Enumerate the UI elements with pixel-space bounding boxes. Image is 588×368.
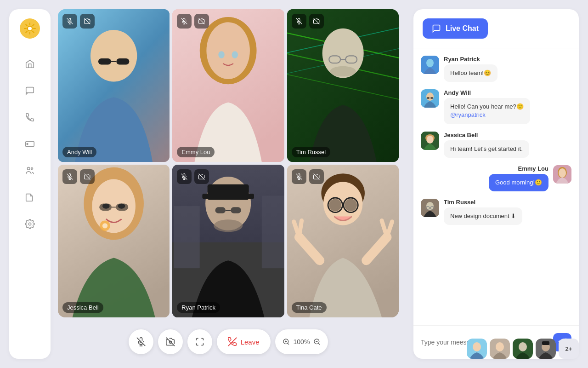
mute-btn-tim[interactable] — [292, 14, 306, 29]
svg-point-27 — [207, 22, 250, 79]
phone-leave-icon — [228, 337, 237, 346]
svg-line-62 — [85, 174, 90, 180]
message-sender-1: Ryan Patrick — [444, 56, 498, 63]
mute-btn-tina[interactable] — [292, 169, 306, 184]
avatar-emmy — [553, 165, 571, 184]
svg-line-48 — [313, 18, 319, 24]
svg-rect-113 — [427, 97, 430, 99]
settings-icon — [25, 219, 35, 229]
participant-name-tim: Tim Russel — [292, 147, 331, 157]
camera-btn-emmy[interactable] — [194, 14, 209, 29]
svg-point-51 — [92, 179, 136, 233]
chat-message-1: Ryan Patrick Helloo team!😊 — [421, 56, 571, 82]
zoom-in-icon[interactable] — [283, 338, 290, 345]
svg-line-89 — [299, 221, 302, 237]
svg-point-121 — [559, 168, 566, 178]
mute-btn-andy[interactable] — [62, 14, 77, 29]
sidebar-item-settings[interactable] — [17, 212, 42, 236]
leave-button[interactable]: Leave — [217, 329, 271, 354]
app-logo — [20, 18, 40, 39]
mention-ryanpatrick: @ryanpatrick — [450, 111, 486, 118]
svg-rect-70 — [215, 207, 226, 213]
video-controls-andy — [62, 14, 95, 29]
svg-rect-17 — [98, 58, 111, 65]
bottom-avatar-1[interactable] — [467, 339, 487, 359]
svg-point-133 — [519, 342, 527, 351]
mute-button[interactable] — [129, 329, 153, 354]
sidebar-item-files[interactable] — [17, 185, 42, 210]
sidebar-item-calls[interactable] — [17, 105, 42, 130]
svg-point-131 — [496, 342, 504, 351]
svg-point-16 — [90, 30, 137, 82]
message-sender-3: Jessica Bell — [444, 132, 529, 138]
chat-message-3: Jessica Bell Hi team! Let's get started … — [421, 132, 571, 158]
video-cell-andy-will: Andy Will — [58, 9, 170, 162]
zoom-control: 100% — [275, 329, 328, 354]
svg-rect-55 — [116, 203, 128, 211]
participant-name-emmy: Emmy Lou — [177, 147, 215, 157]
main-content: Andy Will — [51, 0, 406, 368]
svg-point-129 — [473, 342, 481, 351]
camera-off-icon — [166, 337, 175, 346]
svg-line-6 — [33, 31, 34, 33]
files-icon — [25, 192, 35, 202]
more-participants[interactable]: 2+ — [559, 339, 579, 359]
camera-btn-andy[interactable] — [80, 14, 95, 29]
camera-btn-jessica[interactable] — [80, 169, 95, 184]
video-grid: Andy Will — [58, 9, 399, 317]
svg-point-84 — [345, 199, 357, 211]
video-cell-emmy-lou: Emmy Lou — [172, 9, 284, 162]
camera-button[interactable] — [158, 329, 183, 354]
mute-btn-jessica[interactable] — [62, 169, 77, 184]
camera-btn-ryan[interactable] — [194, 169, 209, 184]
svg-rect-18 — [116, 58, 129, 65]
chat-message-5: Tim Russel New design document ⬇ — [421, 199, 571, 225]
chat-messages: Ryan Patrick Helloo team!😊 Andy Will — [413, 48, 579, 325]
svg-line-23 — [85, 18, 90, 24]
svg-point-58 — [102, 223, 107, 228]
drive-icon — [25, 139, 35, 149]
camera-btn-tina[interactable] — [309, 169, 324, 184]
svg-point-11 — [27, 144, 28, 145]
video-controls-tim — [292, 14, 324, 29]
bottom-avatar-4[interactable] — [536, 339, 556, 359]
svg-line-5 — [26, 24, 27, 26]
zoom-out-icon[interactable] — [313, 338, 321, 345]
mute-btn-ryan[interactable] — [177, 169, 192, 184]
message-sender-4: Emmy Lou — [489, 165, 548, 172]
mute-btn-emmy[interactable] — [177, 14, 192, 29]
svg-line-103 — [288, 343, 289, 345]
sidebar — [9, 9, 51, 359]
contacts-icon — [25, 166, 35, 176]
chat-header: Live Chat — [413, 9, 579, 48]
sidebar-item-home[interactable] — [17, 52, 42, 76]
video-cell-ryan-patrick: Ryan Patrick — [172, 165, 284, 317]
svg-point-83 — [329, 199, 341, 211]
live-chat-button[interactable]: Live Chat — [423, 18, 488, 39]
chat-message-2: Andy Will Hello! Can you hear me?🙂 @ryan… — [421, 89, 571, 124]
message-content-1: Ryan Patrick Helloo team!😊 — [444, 56, 498, 82]
bottom-avatar-3[interactable] — [513, 339, 533, 359]
sidebar-item-contacts[interactable] — [17, 158, 42, 183]
svg-point-118 — [427, 136, 433, 143]
sidebar-item-drive[interactable] — [17, 132, 42, 156]
live-chat-label: Live Chat — [446, 24, 479, 33]
bottom-avatar-2[interactable] — [490, 339, 510, 359]
message-content-5: Tim Russel New design document ⬇ — [444, 199, 522, 225]
participant-name-tina: Tina Cate — [292, 302, 327, 313]
svg-line-33 — [199, 18, 205, 24]
message-content-4: Emmy Lou Good morning!🙂 — [489, 165, 548, 191]
avatar-jessica — [421, 132, 439, 150]
message-content-3: Jessica Bell Hi team! Let's get started … — [444, 132, 529, 158]
message-bubble-5: New design document ⬇ — [444, 207, 522, 225]
home-icon — [25, 59, 35, 69]
svg-point-112 — [426, 92, 434, 101]
fullscreen-button[interactable] — [187, 329, 212, 354]
sidebar-item-chat[interactable] — [17, 78, 42, 103]
camera-btn-tim[interactable] — [309, 14, 324, 29]
svg-rect-136 — [542, 341, 549, 345]
zoom-level: 100% — [294, 338, 310, 345]
microphone-off-icon — [136, 337, 146, 346]
svg-point-13 — [31, 168, 33, 170]
sidebar-navigation — [9, 52, 51, 236]
